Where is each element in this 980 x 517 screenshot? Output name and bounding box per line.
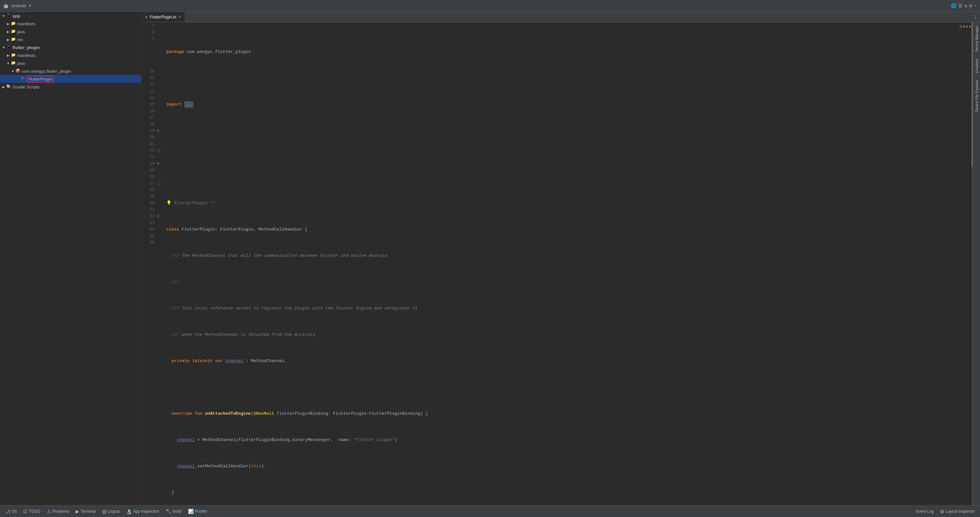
status-logcat[interactable]: ▤ Logcat bbox=[100, 506, 122, 517]
app-inspection-icon: 🔬 bbox=[126, 509, 132, 514]
code-line-10 bbox=[166, 174, 960, 180]
tree-item-flutter-plugin[interactable]: ▼ 📱 flutter_plugin bbox=[0, 43, 141, 51]
status-problems[interactable]: ⚠ Problems bbox=[45, 506, 72, 517]
main-layout: ▼ 📱 app ▶ 📁 manifests ▶ 📁 java ▶ 📁 res bbox=[0, 12, 980, 505]
tree-item-app[interactable]: ▼ 📱 app bbox=[0, 12, 141, 20]
tab-close-button[interactable]: ✕ bbox=[178, 15, 181, 19]
folder-icon-manifests: 📁 bbox=[11, 21, 16, 26]
tree-label-manifests: manifests bbox=[17, 21, 35, 26]
status-todo[interactable]: ☑ TODO bbox=[21, 506, 43, 517]
scrollbar-thumb[interactable] bbox=[972, 22, 973, 167]
problems-label: Problems bbox=[52, 509, 69, 514]
problems-icon: ⚠ bbox=[47, 509, 51, 514]
code-line-19: override fun onAttachedToEngine(@NonNull… bbox=[166, 410, 960, 417]
tree-arrow-flutter-plugin[interactable]: ▼ bbox=[1, 46, 6, 49]
tree-arrow-package[interactable]: ▼ bbox=[11, 69, 15, 73]
tree-label-flutter-plugin: flutter_plugin bbox=[13, 45, 40, 50]
event-log-label: Event Log bbox=[916, 509, 934, 514]
tree-label-res: res bbox=[17, 37, 23, 42]
git-icon: ⎇ bbox=[5, 509, 11, 514]
tree-item-flutter-plugin-kt[interactable]: K FlutterPlugin bbox=[0, 75, 141, 83]
tree-arrow-manifests[interactable]: ▶ bbox=[6, 22, 11, 26]
tree-item-gradle[interactable]: ▶ 🐘 Gradle Scripts bbox=[0, 83, 141, 91]
warning-indicator[interactable]: ⚠ 4 ∧ ∨ bbox=[959, 24, 972, 29]
tree-item-java[interactable]: ▶ 📁 java bbox=[0, 28, 141, 35]
module-icon-flutter-plugin: 📱 bbox=[6, 45, 11, 50]
app-inspection-label: App Inspection bbox=[133, 509, 159, 514]
layout-inspector-label: Layout Inspector bbox=[945, 509, 975, 514]
editor-content: 1 2 3 10 11 12 13 14 15 16 17 18 19 20 2… bbox=[141, 22, 980, 505]
project-name[interactable]: Android bbox=[11, 3, 26, 8]
minimize-icon[interactable]: − bbox=[974, 3, 977, 8]
code-line-14: /// bbox=[166, 279, 960, 286]
filter-icon[interactable]: ⇅ bbox=[964, 3, 967, 8]
tree-arrow-java[interactable]: ▶ bbox=[6, 30, 11, 34]
status-event-log[interactable]: Event Log bbox=[913, 509, 936, 514]
tree-label-flutter-plugin-kt: FlutterPlugin bbox=[26, 77, 54, 81]
warning-icon: ⚠ bbox=[959, 24, 962, 29]
gear-icon[interactable]: ⚙ bbox=[969, 3, 972, 8]
status-bar-right: Event Log ⊞ Layout Inspector bbox=[913, 509, 977, 514]
tree-arrow-manifests2[interactable]: ▶ bbox=[6, 54, 11, 57]
scrollbar-track[interactable] bbox=[972, 22, 973, 505]
gradle-icon: 🐘 bbox=[6, 84, 11, 89]
chevron-down-icon[interactable]: ∨ bbox=[969, 24, 972, 29]
layout-inspector-icon: ⊞ bbox=[940, 509, 944, 514]
code-line-12: class FlutterPlugin: FlutterPlugin, Meth… bbox=[166, 226, 960, 233]
warning-count: 4 bbox=[963, 25, 965, 29]
editor-panel: K FlutterPlugin.kt ✕ ⋮ 1 2 3 10 11 12 bbox=[141, 12, 980, 505]
chevron-up-icon[interactable]: ∧ bbox=[966, 24, 968, 29]
code-line-20: channel = MethodChannel(flutterPluginBin… bbox=[166, 437, 960, 443]
status-profiler[interactable]: 📊 Profiler bbox=[185, 506, 210, 517]
dropdown-arrow[interactable]: ▼ bbox=[29, 4, 32, 8]
code-content[interactable]: package com.wangyz.flutter_plugin import… bbox=[164, 22, 963, 505]
build-icon: 🔨 bbox=[165, 509, 171, 514]
tree-item-java2[interactable]: ▼ 📁 java bbox=[0, 59, 141, 67]
scroll-gutter: ⚠ 4 ∧ ∨ bbox=[963, 22, 973, 505]
tree-item-manifests2[interactable]: ▶ 📁 manifests bbox=[0, 51, 141, 59]
code-line-15: /// This local reference serves to regis… bbox=[166, 305, 960, 312]
tree-arrow-res[interactable]: ▶ bbox=[6, 38, 11, 41]
status-app-inspection[interactable]: 🔬 App Inspection bbox=[124, 506, 162, 517]
tree-item-res[interactable]: ▶ 📁 res bbox=[0, 35, 141, 43]
globe-icon[interactable]: 🌐 bbox=[951, 3, 956, 8]
android-icon: 🤖 bbox=[3, 3, 8, 8]
git-label: Git bbox=[12, 509, 17, 514]
terminal-label: Terminal bbox=[81, 509, 95, 514]
more-options-icon[interactable]: ⋮ bbox=[973, 14, 977, 20]
tab-label: FlutterPlugin.kt bbox=[150, 15, 176, 19]
right-tab-device-manager[interactable]: Device Manager bbox=[974, 22, 980, 55]
code-line-1: package com.wangyz.flutter_plugin bbox=[166, 49, 960, 55]
tab-bar-actions: ⋮ bbox=[973, 14, 980, 20]
tree-arrow-app[interactable]: ▼ bbox=[1, 14, 6, 18]
tree-item-package[interactable]: ▼ 📦 com.wangyz.flutter_plugin bbox=[0, 67, 141, 75]
tree-item-manifests[interactable]: ▶ 📁 manifests bbox=[0, 20, 141, 28]
module-icon-app: 📱 bbox=[6, 13, 11, 18]
gutter-icons: ⊙ ⊙ ⊙ bbox=[157, 22, 164, 505]
logcat-icon: ▤ bbox=[102, 509, 107, 514]
build-label: Build bbox=[173, 509, 181, 514]
status-layout-inspector[interactable]: ⊞ Layout Inspector bbox=[938, 509, 977, 514]
code-line-18 bbox=[166, 384, 960, 391]
code-line-21: channel.setMethodCallHandler(this) bbox=[166, 463, 960, 470]
folder-icon-res: 📁 bbox=[11, 37, 16, 42]
right-tab-device-file-explorer[interactable]: Device File Explorer bbox=[974, 76, 980, 115]
right-tab-emulator[interactable]: Emulator bbox=[974, 55, 980, 76]
terminal-icon: ▶ bbox=[76, 509, 79, 514]
tree-arrow-java2[interactable]: ▼ bbox=[6, 62, 11, 65]
code-line-3: import ... bbox=[166, 101, 960, 108]
tree-arrow-gradle[interactable]: ▶ bbox=[1, 85, 6, 89]
folder-icon-java: 📁 bbox=[11, 29, 16, 34]
title-bar-actions: 🌐 ☰ ⇅ ⚙ − bbox=[951, 3, 977, 8]
code-line-16: /// when the MethodChannel is detached f… bbox=[166, 332, 960, 338]
status-git[interactable]: ⎇ Git bbox=[3, 506, 19, 517]
list-icon[interactable]: ☰ bbox=[958, 3, 963, 8]
tab-flutter-plugin-kt[interactable]: K FlutterPlugin.kt ✕ bbox=[141, 12, 185, 22]
editor-main[interactable]: 1 2 3 10 11 12 13 14 15 16 17 18 19 20 2… bbox=[141, 22, 963, 505]
title-bar: 🤖 Android ▼ 🌐 ☰ ⇅ ⚙ − bbox=[0, 0, 980, 12]
line-numbers: 1 2 3 10 11 12 13 14 15 16 17 18 19 20 2… bbox=[141, 22, 157, 505]
status-build[interactable]: 🔨 Build bbox=[163, 506, 184, 517]
code-gap-4-9 bbox=[166, 128, 960, 154]
status-terminal[interactable]: ▶ Terminal bbox=[73, 506, 98, 517]
package-icon: 📦 bbox=[15, 69, 21, 74]
